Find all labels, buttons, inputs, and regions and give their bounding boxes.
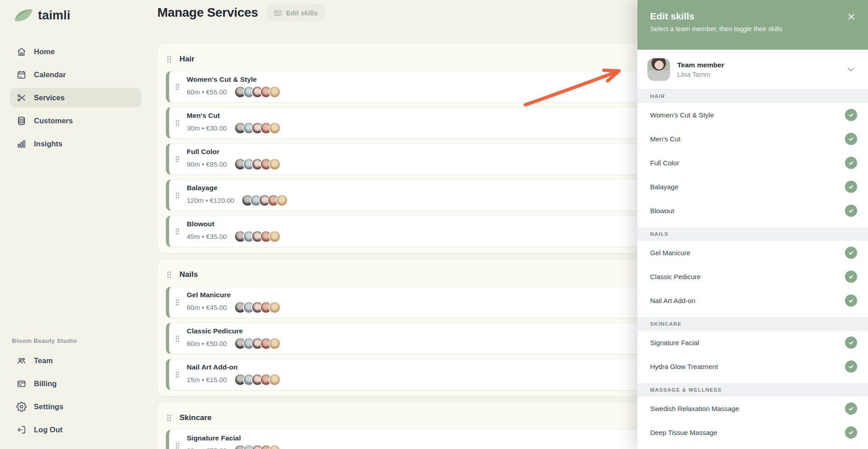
sidebar-item-customers[interactable]: Customers (10, 111, 141, 131)
close-icon[interactable] (844, 10, 858, 23)
staff-avatar-group (231, 158, 281, 170)
sidebar-item-settings[interactable]: Settings (10, 397, 141, 416)
team-member-selector[interactable]: Team member Liisa Tamm (637, 50, 868, 89)
skill-toggle-on-icon[interactable] (845, 271, 857, 283)
service-meta: 30m • €30.00 (187, 124, 227, 132)
skill-row[interactable]: Swedish Relaxation Massage (637, 397, 868, 421)
skill-row[interactable]: Full Color (637, 151, 868, 175)
sidebar-item-label: Log Out (34, 426, 62, 434)
sidebar-item-billing[interactable]: Billing (10, 374, 141, 393)
drag-handle-icon[interactable] (175, 156, 179, 163)
drag-handle-icon[interactable] (175, 371, 179, 378)
sidebar-item-insights[interactable]: Insights (10, 134, 141, 154)
app-window: taimli Home Calendar Services (0, 0, 868, 449)
avatar (269, 301, 281, 313)
skill-toggle-on-icon[interactable] (845, 247, 857, 259)
skill-toggle-on-icon[interactable] (845, 426, 857, 439)
skill-label: Signature Facial (650, 339, 699, 346)
skill-section-header: MASSAGE & WELLNESS (637, 383, 868, 397)
staff-avatar-group (231, 86, 281, 98)
skill-toggle-on-icon[interactable] (845, 157, 857, 169)
database-icon (16, 116, 27, 126)
skill-row[interactable]: Hydra Glow Treatment (637, 355, 868, 379)
panel-header: Edit skills Select a team member, then t… (637, 0, 868, 50)
skill-row[interactable]: Men's Cut (637, 127, 868, 151)
secondary-nav: Team Billing Settings Log Out (0, 351, 152, 443)
service-name: Signature Facial (187, 434, 281, 442)
skill-row[interactable]: Gel Manicure (637, 241, 868, 265)
skill-row[interactable]: Nail Art Add-on (637, 289, 868, 313)
service-name: Balayage (187, 184, 288, 192)
skill-toggle-on-icon[interactable] (845, 337, 857, 349)
drag-handle-icon[interactable] (167, 56, 171, 63)
drag-handle-icon[interactable] (175, 192, 179, 199)
drag-handle-icon[interactable] (175, 442, 179, 449)
staff-avatar-group (231, 337, 281, 350)
staff-avatar-group (231, 230, 281, 243)
sidebar-item-label: Settings (34, 402, 63, 411)
avatar (269, 230, 281, 243)
drag-handle-icon[interactable] (175, 120, 179, 126)
sidebar-spacer (0, 157, 152, 337)
skill-toggle-on-icon[interactable] (845, 402, 857, 415)
service-name: Blowout (187, 220, 281, 228)
sidebar-item-label: Insights (34, 140, 62, 148)
skill-row[interactable]: Blowout (637, 199, 868, 223)
skill-label: Full Color (650, 159, 679, 167)
avatar (276, 194, 288, 206)
skill-label: Balayage (650, 183, 679, 191)
skill-section-rows: Gel Manicure Classic Pedicure Nail Art A… (637, 241, 868, 317)
category-title: Nails (179, 270, 198, 279)
staff-avatar-group (231, 122, 281, 134)
skill-toggle-on-icon[interactable] (845, 360, 857, 373)
skill-label: Men's Cut (650, 135, 680, 143)
edit-skills-button[interactable]: Edit skills (266, 5, 325, 21)
category-title: Hair (179, 55, 194, 64)
skill-section-header: SKINCARE (637, 317, 868, 331)
sidebar-item-label: Team (34, 356, 53, 365)
drag-handle-icon[interactable] (175, 299, 179, 306)
leaf-logo-icon (14, 7, 33, 23)
drag-handle-icon[interactable] (175, 335, 179, 342)
skill-row[interactable]: Balayage (637, 175, 868, 199)
drag-handle-icon[interactable] (175, 228, 179, 235)
service-meta: 60m • €45.00 (187, 304, 227, 311)
bar-chart-icon (16, 139, 27, 149)
sidebar-item-services[interactable]: Services (10, 88, 141, 108)
table-grid-icon (274, 9, 282, 17)
drag-handle-icon[interactable] (167, 271, 171, 278)
skill-row[interactable]: Deep Tissue Massage (637, 421, 868, 444)
skill-toggle-on-icon[interactable] (845, 205, 857, 217)
sidebar-item-logout[interactable]: Log Out (10, 420, 141, 440)
scissors-icon (16, 93, 27, 103)
sidebar-item-label: Customers (34, 117, 73, 125)
skill-label: Classic Pedicure (650, 273, 701, 281)
skill-section-title: NAILS (650, 231, 669, 237)
sidebar-item-label: Calendar (34, 70, 66, 79)
staff-avatar-group (231, 301, 281, 313)
sidebar-item-calendar[interactable]: Calendar (10, 65, 141, 84)
skill-toggle-on-icon[interactable] (845, 133, 857, 145)
sidebar-item-team[interactable]: Team (10, 351, 141, 370)
drag-handle-icon[interactable] (175, 84, 179, 90)
avatar (269, 122, 281, 134)
sidebar-item-label: Services (34, 94, 65, 102)
sidebar-item-label: Billing (34, 379, 57, 388)
skill-label: Blowout (650, 207, 674, 215)
skill-row[interactable]: Women's Cut & Style (637, 103, 868, 127)
logo-text: taimli (38, 9, 71, 23)
skill-toggle-on-icon[interactable] (845, 181, 857, 193)
team-member-name: Liisa Tamm (677, 71, 724, 78)
service-meta: 60m • €75.00 (187, 447, 227, 449)
skill-toggle-on-icon[interactable] (845, 295, 857, 307)
avatar (647, 58, 670, 81)
skill-row[interactable]: Signature Facial (637, 331, 868, 355)
drag-handle-icon[interactable] (167, 414, 171, 421)
staff-avatar-group (231, 374, 281, 386)
service-meta: 120m • €120.00 (187, 196, 234, 204)
sidebar-item-home[interactable]: Home (10, 42, 141, 61)
avatar (269, 444, 281, 449)
skill-toggle-on-icon[interactable] (845, 109, 857, 121)
edit-skills-panel: Edit skills Select a team member, then t… (637, 0, 868, 449)
skill-row[interactable]: Classic Pedicure (637, 265, 868, 289)
